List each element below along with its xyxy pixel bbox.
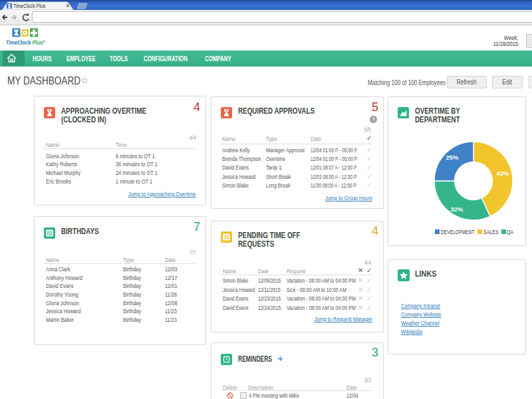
svg-text:25%: 25%: [446, 154, 459, 161]
svg-text:43%: 43%: [496, 170, 509, 177]
svg-text:32%: 32%: [450, 205, 464, 213]
